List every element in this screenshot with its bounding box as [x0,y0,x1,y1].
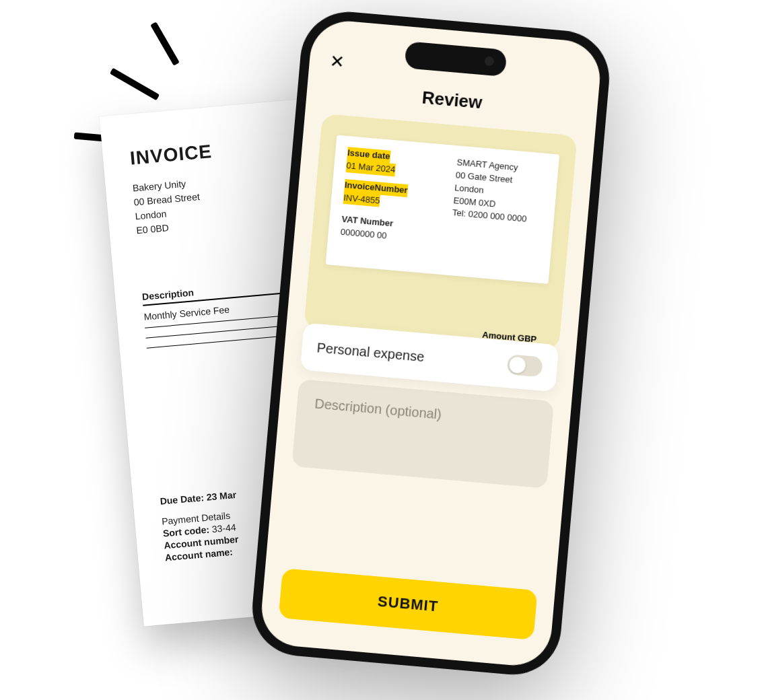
close-icon[interactable]: ✕ [329,52,345,71]
phone-mockup: ✕ Review Issue date 01 Mar 2024 InvoiceN… [248,8,613,678]
invoice-number-value: INV-4855 [343,191,381,207]
description-input[interactable] [312,395,539,431]
invoice-document: Issue date 01 Mar 2024 InvoiceNumber INV… [326,135,560,284]
description-card [291,379,554,489]
invoice-recipient: SMART Agency 00 Gate Street London E00M … [449,156,546,256]
invoice-preview-panel: Issue date 01 Mar 2024 InvoiceNumber INV… [304,114,577,351]
personal-expense-label: Personal expense [316,340,425,365]
personal-expense-toggle[interactable] [506,354,543,377]
